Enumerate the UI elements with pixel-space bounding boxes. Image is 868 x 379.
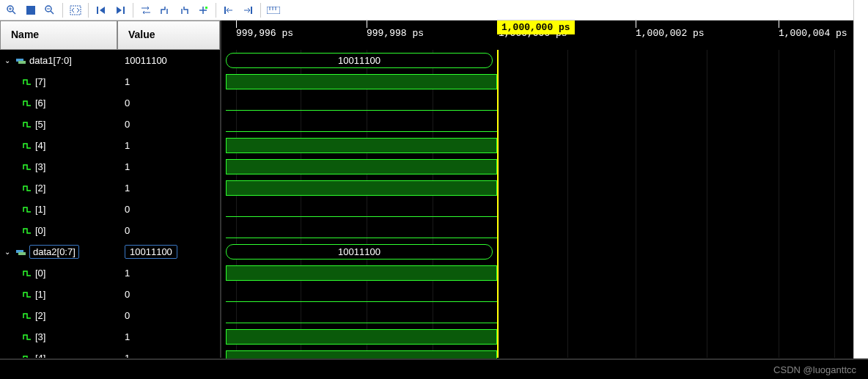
chevron-down-icon[interactable]: ⌄: [4, 56, 13, 65]
gridline: [567, 50, 568, 358]
signal-bus-row[interactable]: ⌄data1[7:0]10011100: [0, 50, 220, 71]
main-area: Name Value ⌄data1[7:0]10011100[7]1[6]0[5…: [0, 21, 868, 358]
signal-name-cell[interactable]: [7]: [0, 76, 117, 87]
signal-value-label: 0: [125, 97, 130, 108]
waveform-body[interactable]: 1001110010011100: [221, 50, 868, 358]
signal-value-cell[interactable]: 1: [117, 76, 220, 87]
signal-value-cell[interactable]: 1: [117, 140, 220, 151]
signal-name-cell[interactable]: [3]: [0, 161, 117, 172]
signal-name-cell[interactable]: ⌄data2[0:7]: [0, 245, 117, 259]
signal-value-cell[interactable]: 1: [117, 353, 220, 358]
signal-name-cell[interactable]: [4]: [0, 353, 117, 358]
signal-value-cell[interactable]: 1: [117, 268, 220, 279]
zoom-in-icon[interactable]: [3, 2, 21, 18]
waveform-row[interactable]: [221, 284, 497, 305]
signal-value-label: 1: [125, 353, 130, 358]
chevron-down-icon[interactable]: ⌄: [4, 248, 13, 256]
prev-edge-icon[interactable]: [92, 2, 110, 18]
zoom-out-icon[interactable]: [41, 2, 59, 18]
signal-name-cell[interactable]: [4]: [0, 140, 117, 151]
signal-name-label: [0]: [35, 225, 45, 236]
signal-bit-row[interactable]: [0]1: [0, 262, 220, 284]
signal-value-label: 0: [125, 119, 130, 130]
signal-bit-row[interactable]: [3]1: [0, 156, 220, 177]
signal-name-cell[interactable]: [1]: [0, 204, 117, 215]
bit-signal-icon: [22, 185, 32, 192]
waveform-row[interactable]: [221, 92, 497, 114]
signal-value-cell[interactable]: 0: [117, 225, 220, 236]
waveform-row[interactable]: [221, 220, 497, 241]
signal-value-cell[interactable]: 1: [117, 161, 220, 172]
waveform-row[interactable]: 10011100: [221, 50, 497, 71]
signal-name-cell[interactable]: [3]: [0, 331, 117, 342]
signal-bit-row[interactable]: [2]1: [0, 177, 220, 199]
signal-value-label: 0: [125, 225, 130, 236]
bit-low-wave: [226, 131, 497, 132]
signal-value-cell[interactable]: 0: [117, 204, 220, 215]
waveform-row[interactable]: 10011100: [221, 241, 497, 262]
next-edge-icon[interactable]: [111, 2, 129, 18]
ruler-icon[interactable]: [265, 2, 282, 18]
waveform-row[interactable]: [221, 135, 497, 156]
signal-bit-row[interactable]: [2]0: [0, 305, 220, 326]
waveform-area[interactable]: 1,000,000 ps 999,996 ps999,998 ps1,000,0…: [220, 21, 868, 358]
time-tick: 1,000,004 ps: [779, 28, 847, 39]
prev-trans-icon[interactable]: [156, 2, 174, 18]
right-scrollbar-area[interactable]: [853, 0, 868, 358]
signal-name-cell[interactable]: [2]: [0, 310, 117, 321]
time-tick: 1,000,002 ps: [636, 28, 705, 39]
signal-name-cell[interactable]: [1]: [0, 289, 117, 300]
signal-value-cell[interactable]: 1: [117, 183, 220, 194]
signal-name-cell[interactable]: [2]: [0, 183, 117, 194]
gridline: [834, 50, 835, 358]
waveform-row[interactable]: [221, 71, 497, 92]
signal-value-cell[interactable]: 10011100: [117, 55, 220, 66]
signal-name-cell[interactable]: [0]: [0, 268, 117, 279]
go-to-end-icon[interactable]: [239, 2, 257, 18]
zoom-fit-icon[interactable]: [67, 2, 84, 18]
signal-value-cell[interactable]: 0: [117, 310, 220, 321]
signal-name-cell[interactable]: [6]: [0, 97, 117, 108]
stop-icon[interactable]: [22, 2, 40, 18]
signal-bit-row[interactable]: [7]1: [0, 71, 220, 92]
signal-name-cell[interactable]: [5]: [0, 119, 117, 130]
signal-value-cell[interactable]: 0: [117, 119, 220, 130]
bit-signal-icon: [22, 355, 32, 358]
waveform-row[interactable]: [221, 177, 497, 199]
waveform-row[interactable]: [221, 305, 497, 326]
waveform-row[interactable]: [221, 326, 497, 347]
signal-bit-row[interactable]: [3]1: [0, 326, 220, 347]
signal-bit-row[interactable]: [1]0: [0, 284, 220, 305]
signal-bit-row[interactable]: [6]0: [0, 92, 220, 114]
cursor-time-label[interactable]: 1,000,000 ps: [497, 21, 575, 34]
svg-line-1: [12, 11, 15, 14]
add-marker-icon[interactable]: [194, 2, 212, 18]
waveform-row[interactable]: [221, 199, 497, 220]
signal-name-label: [7]: [35, 76, 45, 87]
signal-name-cell[interactable]: ⌄data1[7:0]: [0, 55, 117, 66]
swap-icon[interactable]: [137, 2, 155, 18]
signal-value-cell[interactable]: 10011100: [117, 246, 220, 257]
signal-bus-row[interactable]: ⌄data2[0:7]10011100: [0, 241, 220, 262]
signal-list[interactable]: ⌄data1[7:0]10011100[7]1[6]0[5]0[4]1[3]1[…: [0, 50, 220, 358]
signal-name-cell[interactable]: [0]: [0, 225, 117, 236]
signal-bit-row[interactable]: [4]1: [0, 347, 220, 358]
signal-bit-row[interactable]: [1]0: [0, 199, 220, 220]
signal-bit-row[interactable]: [5]0: [0, 114, 220, 135]
signal-bit-row[interactable]: [0]0: [0, 220, 220, 241]
waveform-row[interactable]: [221, 156, 497, 177]
signal-value-cell[interactable]: 0: [117, 97, 220, 108]
cursor-line[interactable]: [497, 50, 499, 358]
waveform-row[interactable]: [221, 262, 497, 284]
next-trans-icon[interactable]: [175, 2, 193, 18]
signal-name-label: [3]: [35, 331, 45, 342]
go-to-start-icon[interactable]: [220, 2, 238, 18]
waveform-row[interactable]: [221, 114, 497, 135]
name-column-header[interactable]: Name: [0, 21, 117, 50]
signal-name-label: [0]: [35, 268, 45, 279]
bit-signal-icon: [22, 227, 32, 235]
value-column-header[interactable]: Value: [117, 21, 220, 50]
signal-bit-row[interactable]: [4]1: [0, 135, 220, 156]
signal-value-cell[interactable]: 0: [117, 289, 220, 300]
signal-value-cell[interactable]: 1: [117, 331, 220, 342]
